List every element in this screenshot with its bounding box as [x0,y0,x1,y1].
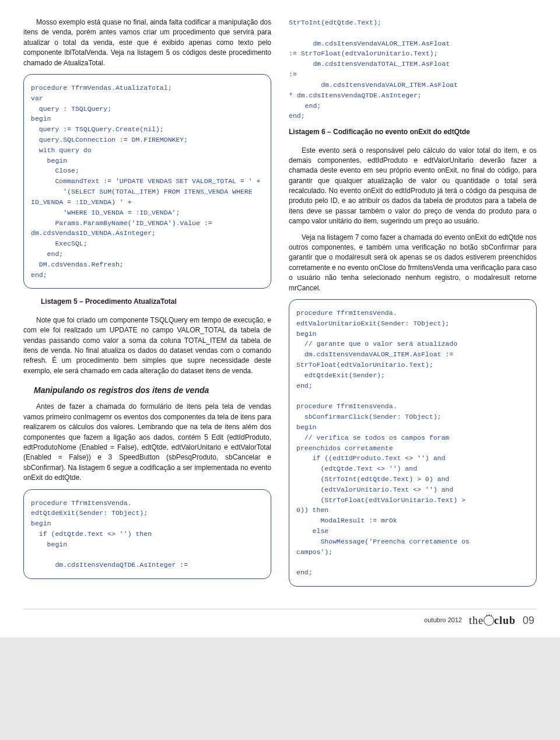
document-page: Mosso exemplo está quase no final, ainda… [0,0,560,637]
listing-5-caption: Listagem 5 – Procedimento AtualizaTotal [41,297,271,307]
brand-the: the [469,615,484,626]
intro-paragraph: Mosso exemplo está quase no final, ainda… [23,17,271,68]
right-column: StrToInt(edtQtde.Text); dm.cdsItensVenda… [289,17,537,595]
listing-7-code: procedure TfrmItensVenda. edtValorUnitar… [289,299,537,587]
listing-5-code: procedure TfrmVendas.AtualizaTotal; var … [23,74,271,289]
listing-6-code-part-a: procedure TfrmItensVenda. edtQtdeExit(Se… [23,489,271,580]
after-6-paragraph-a: Este evento será o responsável pelo cálc… [289,146,537,227]
before-listing-6: Antes de fazer a chamada do formulário d… [23,402,271,483]
intro-text: Mosso exemplo está quase no final, ainda… [23,18,271,67]
footer-date: outubro 2012 [424,616,462,625]
left-column: Mosso exemplo está quase no final, ainda… [23,17,271,595]
after-6-paragraph-b: Veja na listagem 7 como fazer a chamada … [289,233,537,293]
columns: Mosso exemplo está quase no final, ainda… [23,17,537,595]
after6a-text: Este evento será o responsável pelo cálc… [289,146,537,226]
section-subhead: Manipulando os registros dos itens de ve… [34,384,271,396]
listing-6-code-part-b: StrToInt(edtQtde.Text); dm.cdsItensVenda… [289,17,537,121]
footer-brand: theclub [469,613,516,628]
listing-6-caption: Listagem 6 – Codificação no evento onExi… [289,127,537,137]
page-number: 09 [523,613,534,628]
note-text: Note que foi criado um componente TSQLQu… [23,316,271,375]
after6b-text: Veja na listagem 7 como fazer a chamada … [289,233,537,292]
brand-club: club [494,615,516,626]
page-footer: outubro 2012 theclub 09 [23,609,537,632]
note-paragraph: Note que foi criado um componente TSQLQu… [23,315,271,376]
lightbulb-icon [484,615,494,626]
before6-text: Antes de fazer a chamada do formulário d… [23,402,271,482]
